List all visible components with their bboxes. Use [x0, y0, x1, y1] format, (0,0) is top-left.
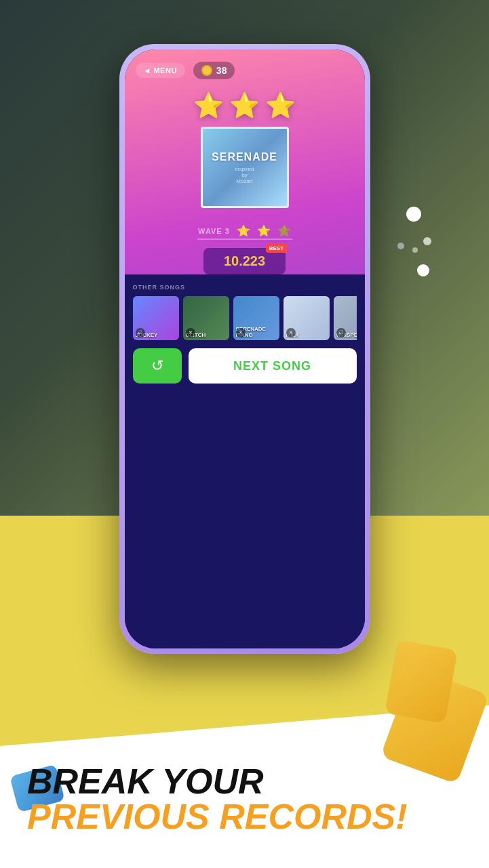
- song-icon-serenade: ✕: [236, 328, 246, 337]
- phone-header: ◄ MENU 38: [125, 49, 365, 85]
- bottom-text-line1: BREAK YOUR: [27, 764, 264, 799]
- phone-screen: ◄ MENU 38 ⭐ ⭐ ⭐ SERENADE inspired: [125, 49, 365, 648]
- decorative-dot-large: [406, 207, 421, 222]
- album-art: SERENADE inspired by Mozart: [201, 127, 289, 208]
- wave-star-3: ⭐: [277, 224, 291, 237]
- score-container: 10.223 BEST: [125, 248, 365, 274]
- best-badge: BEST: [266, 244, 287, 253]
- phone-outer-shell: ◄ MENU 38 ⭐ ⭐ ⭐ SERENADE inspired: [119, 44, 370, 654]
- next-song-button[interactable]: NEXT SONG: [189, 348, 357, 384]
- phone-frame: ◄ MENU 38 ⭐ ⭐ ⭐ SERENADE inspired: [119, 44, 370, 654]
- song-thumb-glitch[interactable]: ✕ GLITCH: [183, 296, 229, 340]
- menu-button[interactable]: ◄ MENU: [136, 63, 185, 78]
- coin-count: 38: [216, 65, 227, 76]
- decorative-dot-sm1: [423, 237, 431, 245]
- decorative-dot-sm2: [412, 247, 418, 253]
- song-icon-milk: ✕: [286, 328, 296, 337]
- star-3: ⭐: [265, 91, 296, 120]
- bottom-text-area: BREAK YOUR PREVIOUS RECORDS!: [0, 705, 489, 868]
- wave-underline: [197, 239, 292, 240]
- bottom-panel: OTHER SONGS 🔊 JOCKEY ✕ GLITCH: [125, 274, 365, 648]
- album-subtitle: inspired by Mozart: [235, 166, 254, 184]
- song-icon-whisper: 🔊: [336, 328, 346, 337]
- star-1: ⭐: [193, 91, 224, 120]
- bottom-text-line2: PREVIOUS RECORDS!: [27, 799, 408, 834]
- wave-star-2: ⭐: [257, 224, 271, 237]
- decorative-dot-gray: [397, 243, 404, 249]
- decorative-dot-med: [417, 264, 429, 276]
- star-2: ⭐: [229, 91, 260, 120]
- wave-star-1: ⭐: [237, 224, 250, 237]
- score-box: 10.223 BEST: [203, 248, 286, 274]
- song-thumb-serenade-piano[interactable]: ✕ SERENADE PIANO: [233, 296, 279, 340]
- song-thumb-jockey[interactable]: 🔊 JOCKEY: [133, 296, 179, 340]
- coin-badge: 38: [193, 62, 235, 79]
- song-thumb-whisper[interactable]: 🔊 WHISPER: [334, 296, 357, 340]
- album-title: SERENADE: [212, 151, 277, 163]
- retry-button[interactable]: ↺: [133, 348, 182, 384]
- songs-row: 🔊 JOCKEY ✕ GLITCH ✕ S: [133, 296, 357, 340]
- other-songs-label: OTHER SONGS: [133, 284, 357, 291]
- retry-icon: ↺: [151, 357, 163, 375]
- song-icon-jockey: 🔊: [136, 328, 145, 337]
- coin-icon: [201, 65, 212, 76]
- score-value: 10.223: [224, 253, 265, 268]
- song-icon-glitch: ✕: [186, 328, 195, 337]
- result-stars-row: ⭐ ⭐ ⭐: [125, 91, 365, 120]
- phone-inner: ◄ MENU 38 ⭐ ⭐ ⭐ SERENADE inspired: [125, 49, 365, 648]
- song-thumb-milk[interactable]: ✕ MILK: [283, 296, 330, 340]
- wave-label: WAVE 3: [198, 227, 230, 235]
- wave-row: WAVE 3 ⭐ ⭐ ⭐: [125, 224, 365, 237]
- action-row: ↺ NEXT SONG: [133, 348, 357, 384]
